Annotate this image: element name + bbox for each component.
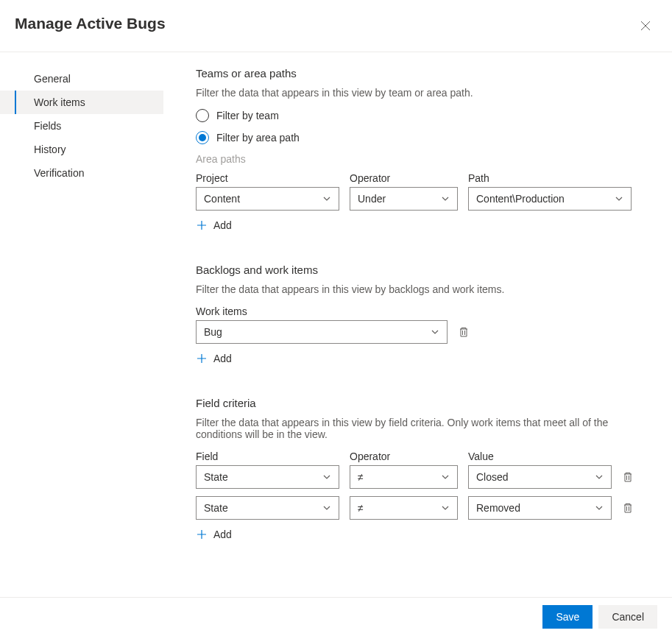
chevron-down-icon [441, 504, 450, 512]
select-value: Under [358, 193, 386, 205]
plus-icon [196, 219, 208, 231]
select-value: Closed [476, 471, 509, 483]
project-select[interactable]: Content [196, 187, 339, 211]
add-label: Add [213, 529, 232, 540]
section-backlogs-work-items: Backlogs and work items Filter the data … [196, 264, 657, 364]
column-label-value: Value [468, 451, 612, 462]
sidebar-item-label: Fields [34, 120, 61, 132]
section-title: Teams or area paths [196, 67, 657, 80]
sidebar-item-label: Work items [34, 96, 85, 108]
select-value: Removed [476, 502, 520, 514]
chevron-down-icon [595, 473, 604, 481]
section-description: Filter the data that appears in this vie… [196, 417, 657, 440]
add-label: Add [213, 219, 232, 231]
plus-icon [196, 353, 208, 364]
add-area-path-button[interactable]: Add [196, 219, 657, 231]
add-criteria-button[interactable]: Add [196, 529, 657, 540]
sidebar-item-history[interactable]: History [0, 138, 163, 161]
chevron-down-icon [441, 194, 450, 203]
sidebar-item-general[interactable]: General [0, 67, 163, 91]
section-field-criteria: Field criteria Filter the data that appe… [196, 397, 657, 540]
radio-icon [196, 109, 209, 122]
cancel-button[interactable]: Cancel [598, 605, 657, 629]
column-label-project: Project [196, 172, 339, 184]
sidebar-item-fields[interactable]: Fields [0, 114, 163, 138]
criteria-operator-select[interactable]: ≠ [350, 465, 458, 489]
chevron-down-icon [615, 194, 623, 203]
criteria-field-select[interactable]: State [196, 496, 339, 520]
chevron-down-icon [595, 504, 604, 512]
delete-criteria-button[interactable] [622, 502, 634, 514]
main-content: Teams or area paths Filter the data that… [163, 52, 672, 597]
radio-filter-by-area-path[interactable]: Filter by area path [196, 131, 657, 144]
sidebar-item-label: General [34, 73, 71, 85]
criteria-row: State ≠ Removed [196, 496, 657, 520]
chevron-down-icon [322, 504, 331, 512]
delete-work-item-button[interactable] [458, 326, 470, 338]
operator-select[interactable]: Under [350, 187, 458, 211]
work-item-row: Bug [196, 320, 657, 344]
chevron-down-icon [322, 194, 331, 203]
chevron-down-icon [441, 473, 450, 481]
section-title: Backlogs and work items [196, 264, 657, 276]
sidebar-item-work-items[interactable]: Work items [0, 91, 163, 114]
select-value: Bug [204, 326, 222, 338]
chevron-down-icon [431, 328, 439, 336]
section-description: Filter the data that appears in this vie… [196, 283, 657, 295]
add-work-item-button[interactable]: Add [196, 353, 657, 364]
select-value: ≠ [358, 502, 364, 514]
criteria-row: State ≠ Closed [196, 465, 657, 489]
column-label-operator: Operator [350, 451, 458, 462]
radio-label: Filter by area path [216, 132, 300, 144]
add-label: Add [213, 353, 232, 364]
save-button[interactable]: Save [542, 605, 593, 629]
criteria-field-select[interactable]: State [196, 465, 339, 489]
criteria-value-select[interactable]: Removed [468, 496, 612, 520]
radio-filter-by-team[interactable]: Filter by team [196, 109, 657, 122]
sidebar-item-label: History [34, 144, 66, 155]
chevron-down-icon [322, 473, 331, 481]
radio-icon [196, 131, 209, 144]
column-label-work-items: Work items [196, 305, 448, 317]
select-value: State [204, 502, 228, 514]
sidebar-item-label: Verification [34, 167, 84, 179]
sidebar: General Work items Fields History Verifi… [0, 52, 163, 597]
criteria-operator-select[interactable]: ≠ [350, 496, 458, 520]
close-icon [640, 20, 651, 34]
criteria-value-select[interactable]: Closed [468, 465, 612, 489]
column-label-operator: Operator [350, 172, 458, 184]
dialog-title: Manage Active Bugs [15, 15, 166, 32]
column-label-field: Field [196, 451, 339, 462]
sidebar-item-verification[interactable]: Verification [0, 161, 163, 185]
column-label-path: Path [468, 172, 632, 184]
select-value: State [204, 471, 228, 483]
dialog-footer: Save Cancel [0, 597, 672, 636]
work-item-select[interactable]: Bug [196, 320, 448, 344]
section-teams-area-paths: Teams or area paths Filter the data that… [196, 67, 657, 231]
close-button[interactable] [634, 15, 657, 38]
radio-label: Filter by team [216, 110, 279, 121]
select-value: ≠ [358, 471, 364, 483]
select-value: Content\Production [476, 193, 565, 205]
area-paths-sublabel: Area paths [196, 153, 657, 165]
section-title: Field criteria [196, 397, 657, 409]
area-path-row: Content Under Content\Production [196, 187, 657, 211]
delete-criteria-button[interactable] [622, 471, 634, 483]
select-value: Content [204, 193, 240, 205]
path-select[interactable]: Content\Production [468, 187, 632, 211]
plus-icon [196, 529, 208, 540]
section-description: Filter the data that appears in this vie… [196, 87, 657, 99]
